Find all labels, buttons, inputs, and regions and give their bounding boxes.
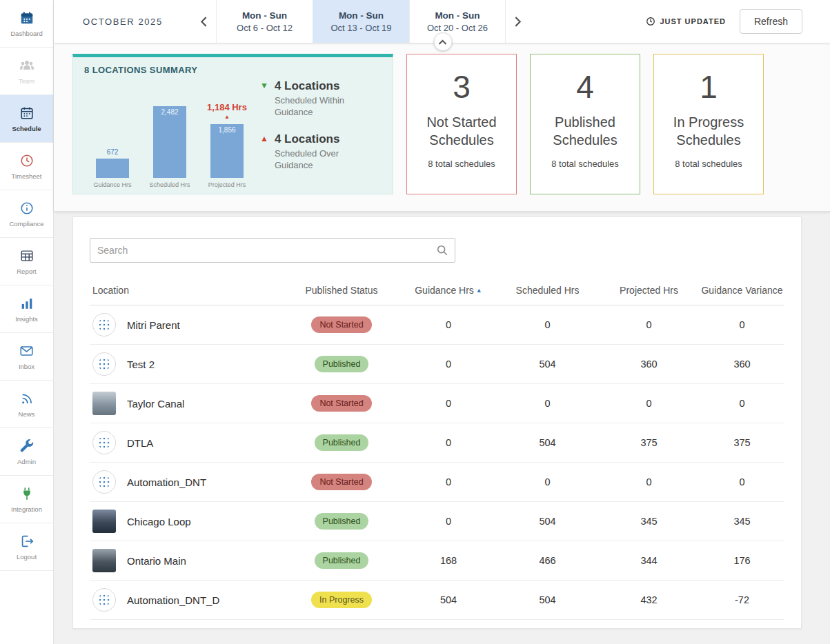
sidebar-item-timesheet[interactable]: Timesheet: [0, 143, 53, 190]
guidance-hrs-value: 0: [400, 359, 497, 370]
sidebar-item-logout[interactable]: Logout: [0, 523, 53, 571]
sidebar-item-integration[interactable]: Integration: [0, 476, 53, 523]
week-tab[interactable]: Mon - Sun Oct 13 - Oct 19: [313, 0, 409, 43]
sidebar-item-news[interactable]: News: [0, 381, 53, 428]
status-cell: Published: [283, 513, 400, 530]
table-row[interactable]: Taylor Canal Not Started 0 0 0 0: [90, 384, 784, 423]
app-root: Dashboard Team Schedule Timesheet Compli…: [0, 0, 830, 644]
guidance-hrs-bar-group: 672 Guidance Hrs: [88, 77, 137, 188]
table-row[interactable]: DTLA Published 0 504 375 375: [90, 423, 784, 463]
location-name: Automation_DNT: [127, 476, 206, 488]
table-row[interactable]: Automation_DNT Not Started 0 0 0 0: [90, 463, 784, 502]
status-badge: Not Started: [311, 395, 371, 412]
status-cell: Published: [283, 434, 400, 451]
sidebar-item-schedule[interactable]: Schedule: [0, 95, 53, 143]
projected-hrs-value: 360: [598, 359, 700, 370]
column-header-published-status[interactable]: Published Status: [283, 285, 400, 296]
status-cell: Not Started: [283, 316, 400, 333]
refresh-button[interactable]: Refresh: [740, 9, 802, 34]
over-guidance-note: ▲ 4 Locations Scheduled Over Guidance: [260, 132, 383, 172]
location-cell: Automation_DNT: [90, 470, 283, 494]
stat-sublabel: Schedules: [553, 131, 617, 149]
sidebar-item-insights[interactable]: Insights: [0, 285, 53, 333]
sidebar-item-team[interactable]: Team: [0, 48, 53, 95]
table-row[interactable]: Mitri Parent Not Started 0 0 0 0: [90, 305, 784, 345]
guidance-notes: ▼ 4 Locations Scheduled Within Guidance …: [260, 79, 383, 172]
table-row[interactable]: Automation_DNT_D In Progress 504 504 432…: [90, 581, 784, 620]
scheduled-hrs-value: 0: [497, 398, 598, 409]
location-avatar: [92, 313, 116, 336]
location-name: Test 2: [127, 359, 155, 370]
guidance-hrs-value: 0: [400, 476, 497, 487]
chevron-up-icon: [439, 39, 447, 45]
week-tab-range: Mon - Sun: [242, 10, 287, 21]
location-avatar: [92, 352, 116, 376]
column-header-scheduled-hrs[interactable]: Scheduled Hrs: [497, 285, 598, 296]
sidebar-item-compliance[interactable]: Compliance: [0, 190, 53, 238]
location-cell: Test 2: [90, 352, 283, 376]
location-cell: DTLA: [90, 431, 283, 454]
over-guidance-count: 4 Locations: [275, 132, 368, 146]
table-row[interactable]: Ontario Main Published 168 466 344 176: [90, 541, 784, 581]
sidebar-item-label: Report: [17, 268, 37, 275]
table-row[interactable]: Test 2 Published 0 504 360 360: [90, 345, 784, 384]
sidebar-item-dashboard[interactable]: Dashboard: [0, 0, 53, 48]
scheduled-hrs-value: 504: [497, 359, 598, 370]
table-row[interactable]: Chicago Loop Published 0 504 345 345: [90, 502, 784, 541]
sidebar-item-label: Insights: [15, 315, 38, 323]
plug-icon: [19, 485, 34, 502]
status-cell: Not Started: [283, 474, 400, 490]
guidance-variance-value: 0: [700, 319, 784, 330]
location-avatar: [92, 588, 116, 612]
column-header-label: Guidance Hrs: [415, 285, 474, 296]
week-tab-dates: Oct 20 - Oct 26: [427, 23, 488, 33]
stat-total: 8 total schedules: [551, 159, 619, 169]
previous-week-button[interactable]: [196, 12, 212, 32]
info-circle-icon: [19, 200, 34, 217]
search-icon: [436, 244, 448, 259]
guidance-variance-value: -72: [700, 594, 784, 605]
projected-hrs-value: 0: [598, 319, 700, 330]
location-cell: Taylor Canal: [90, 392, 283, 415]
guidance-hrs-value: 0: [400, 398, 497, 409]
sidebar-item-admin[interactable]: Admin: [0, 428, 53, 476]
sidebar-item-label: News: [19, 410, 35, 418]
table-body: Mitri Parent Not Started 0 0 0 0: [90, 305, 784, 620]
column-header-projected-hrs[interactable]: Projected Hrs: [598, 285, 700, 296]
header-right-group: JUST UPDATED Refresh: [646, 0, 802, 43]
location-name: Taylor Canal: [127, 398, 184, 410]
projected-hrs-value: 0: [598, 398, 700, 409]
projected-hrs-value: 344: [598, 555, 700, 566]
column-header-guidance-variance[interactable]: Guidance Variance: [700, 285, 784, 296]
sidebar-item-report[interactable]: Report: [0, 238, 53, 285]
guidance-variance-value: 375: [700, 437, 784, 448]
scheduled-hrs-bar-group: 2,482 Scheduled Hrs: [146, 77, 194, 188]
stat-total: 8 total schedules: [428, 159, 495, 169]
search-input[interactable]: [90, 238, 455, 263]
search-wrap: [90, 238, 455, 263]
week-tab[interactable]: Mon - Sun Oct 6 - Oct 12: [216, 0, 313, 43]
month-label: OCTOBER 2025: [83, 17, 192, 27]
sidebar-item-inbox[interactable]: Inbox: [0, 333, 53, 381]
location-avatar: [92, 431, 116, 454]
stat-total: 8 total schedules: [675, 159, 742, 169]
projected-hrs-value: 345: [598, 516, 700, 527]
sidebar-item-label: Schedule: [12, 125, 41, 132]
guidance-hrs-value: 504: [400, 594, 497, 605]
next-week-button[interactable]: [510, 12, 526, 32]
stat-label: Not Started: [426, 113, 496, 131]
column-header-location[interactable]: Location: [90, 285, 283, 296]
schedule-icon: [19, 105, 34, 121]
week-tab-dates: Oct 13 - Oct 19: [330, 23, 391, 33]
week-tab[interactable]: Mon - Sun Oct 20 - Oct 26: [409, 0, 506, 43]
locations-summary-title: 8 LOCATIONS SUMMARY: [84, 65, 382, 75]
guidance-variance-value: 176: [700, 555, 784, 566]
table-header-row: Location Published Status Guidance Hrs▲ …: [90, 275, 784, 305]
stat-label: Published: [555, 113, 615, 131]
column-header-guidance-hrs[interactable]: Guidance Hrs▲: [400, 285, 497, 296]
status-cell: Not Started: [283, 395, 400, 412]
collapse-summary-button[interactable]: [433, 32, 452, 51]
status-badge: Not Started: [311, 474, 371, 490]
over-guidance-desc: Scheduled Over Guidance: [275, 148, 368, 172]
stat-value: 3: [453, 70, 471, 105]
